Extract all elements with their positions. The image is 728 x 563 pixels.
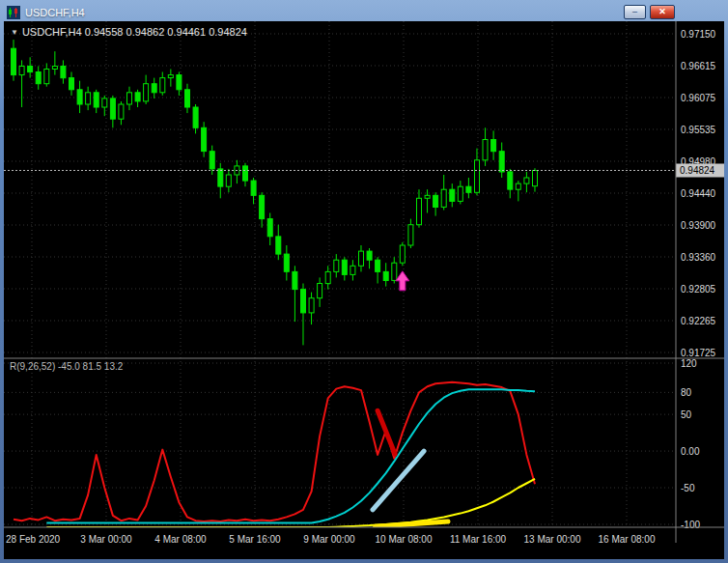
svg-text:0.94824: 0.94824 xyxy=(680,165,715,176)
chart-client-area: ▼USDCHF,H4 0.94558 0.94862 0.94461 0.948… xyxy=(4,21,724,559)
svg-text:4 Mar 08:00: 4 Mar 08:00 xyxy=(154,534,207,545)
svg-text:0.91725: 0.91725 xyxy=(681,348,716,358)
indicator-label: R(9,26,52) -45.0 81.5 13.2 xyxy=(10,361,123,372)
svg-text:80: 80 xyxy=(681,387,692,398)
svg-text:120: 120 xyxy=(681,358,697,369)
svg-text:0.93360: 0.93360 xyxy=(681,252,716,263)
svg-text:0.94440: 0.94440 xyxy=(681,188,716,199)
svg-text:0.96615: 0.96615 xyxy=(681,61,716,71)
close-button[interactable]: ✕ xyxy=(650,5,675,19)
svg-text:0.97150: 0.97150 xyxy=(681,29,716,40)
svg-text:0.92265: 0.92265 xyxy=(681,316,716,326)
svg-text:0.96075: 0.96075 xyxy=(681,93,716,103)
chart-window-icon xyxy=(7,6,20,19)
chevron-down-icon: ▼ xyxy=(11,28,18,37)
svg-text:50: 50 xyxy=(681,409,692,420)
svg-text:5 Mar 16:00: 5 Mar 16:00 xyxy=(229,534,281,545)
window-titlebar[interactable]: USDCHF,H4 – ✕ xyxy=(4,4,724,21)
svg-text:28 Feb 2020: 28 Feb 2020 xyxy=(6,534,61,545)
svg-text:-100: -100 xyxy=(681,520,700,530)
window-title: USDCHF,H4 xyxy=(25,7,85,18)
symbol-ohlc-header: ▼USDCHF,H4 0.94558 0.94862 0.94461 0.948… xyxy=(11,26,247,38)
svg-text:10 Mar 08:00: 10 Mar 08:00 xyxy=(376,534,433,545)
svg-text:0.93900: 0.93900 xyxy=(681,220,716,231)
minimize-button[interactable]: – xyxy=(624,5,646,19)
svg-text:9 Mar 00:00: 9 Mar 00:00 xyxy=(303,534,355,545)
ohlc-text: USDCHF,H4 0.94558 0.94862 0.94461 0.9482… xyxy=(22,26,247,38)
chart-plot-area[interactable]: 0.971500.966150.960750.955350.949800.944… xyxy=(4,21,724,559)
svg-text:0.95535: 0.95535 xyxy=(681,125,716,135)
svg-text:3 Mar 00:00: 3 Mar 00:00 xyxy=(80,534,132,545)
svg-text:0.92805: 0.92805 xyxy=(681,284,716,295)
mt4-chart-window: USDCHF,H4 – ✕ ▼USDCHF,H4 0.94558 0.94862… xyxy=(0,0,728,563)
svg-text:11 Mar 16:00: 11 Mar 16:00 xyxy=(450,534,507,545)
svg-text:-50: -50 xyxy=(681,483,695,493)
svg-text:13 Mar 00:00: 13 Mar 00:00 xyxy=(524,534,581,545)
svg-text:0.00: 0.00 xyxy=(681,446,700,457)
svg-text:16 Mar 08:00: 16 Mar 08:00 xyxy=(599,534,656,545)
